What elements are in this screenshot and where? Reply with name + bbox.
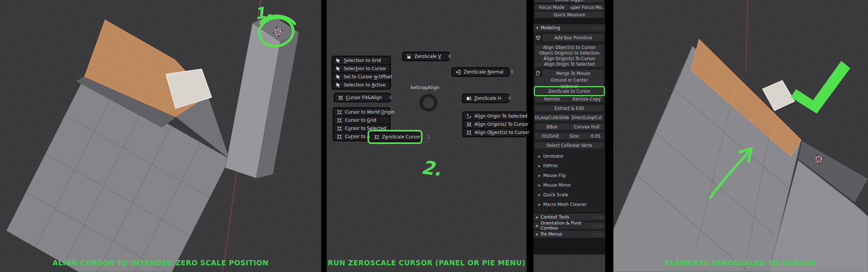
pie-item-sel-to-cursor-w-offset[interactable]: Sel.to Cursor w.Offset	[333, 73, 390, 81]
sidebar-button-object-origin-s-to-selection[interactable]: Object Origin(s) to Selection	[535, 50, 604, 56]
viewport-after: ELEMENTS ZEROSCALED TO CURSOR	[613, 0, 868, 272]
grip-icon[interactable]: ∷∷∷∷	[593, 26, 603, 30]
sidebar-button-super-focus-mo[interactable]: Super Focus Mo...	[570, 4, 604, 10]
menu-item-label: Cursor to World Origin	[345, 109, 395, 115]
sidebar-row: Select Collinear Verts	[535, 142, 604, 148]
shortcut-key: 9	[506, 69, 513, 75]
cursor-x-icon	[337, 134, 342, 140]
field-label: Size:	[570, 134, 580, 139]
sidebar-icon-row: Merge To Mouse	[535, 70, 604, 77]
sidebar-subpanel-macro-mesh-cleaner[interactable]: ▶Macro Mesh Cleaner	[535, 200, 604, 209]
menu-item-label: Selection to Grid	[344, 58, 381, 63]
menu-item-label: ZeroScale Normal	[464, 69, 503, 75]
annotation-highlight-box: ZeroScale Cursor2	[368, 130, 422, 144]
step-number-1: 1.	[254, 3, 273, 23]
sidebar-button-size[interactable]: Size:0.05	[567, 133, 604, 139]
sidebar-button-dloopcut-slide[interactable]: DLoopCut&Slide	[535, 114, 569, 121]
menu-item-label: Selection to Active	[344, 82, 385, 88]
sidebar-button-align-origin-s-to-cursor[interactable]: Align Origin(s) To Cursor	[535, 56, 604, 61]
step-number-2: 2.	[420, 157, 443, 180]
sidebar-button-itemize-copy[interactable]: Itemize-Copy	[570, 96, 604, 102]
shortcut-key: 2	[423, 134, 430, 140]
section-label: Pie Menus	[541, 232, 562, 237]
pie-item-cursor-to-world-origin[interactable]: Cursor to World Origin	[334, 108, 389, 116]
pie-item-align-origin-s-to-cursor[interactable]: Align Origin(s) To Cursor	[463, 121, 525, 128]
sidebar-button-zeroscale-to-cursor[interactable]: ZeroScale to Cursor	[536, 88, 603, 94]
sidebar-button-merge-to-mouse[interactable]: Merge To Mouse	[543, 70, 604, 77]
sidebar-row: Fit2GridSize:0.05	[535, 133, 604, 139]
sidebar-button-ground-or-center[interactable]: Ground or Center	[535, 77, 604, 83]
sidebar-row: DLoopCut&SlideDirectLoopCut	[535, 114, 604, 121]
menu-item-label: Align Origin To Selected	[474, 114, 527, 119]
sidebar-subpanel-mouse-mirror[interactable]: ▶Mouse Mirror	[535, 180, 604, 190]
zeroscale-h-icon	[466, 96, 471, 101]
sidebar-button-bbox[interactable]: BBox	[535, 124, 569, 130]
menu-item-label: Align Origin(s) To Cursor	[474, 122, 529, 127]
pie-group-zeroscale-cursor: ZeroScale Cursor2	[370, 132, 420, 142]
sidebar-button-align-object-s-to-cursor[interactable]: Align Object(s) to Cursor	[535, 45, 604, 50]
pie-item-selection-to-active[interactable]: Selection to Active	[333, 81, 390, 89]
sidebar-row: Focus ModeSuper Focus Mo...	[535, 4, 604, 10]
pointer-icon	[336, 74, 341, 80]
sidebar-button-itemize[interactable]: Itemize	[535, 96, 569, 102]
section-label: Context Tools	[541, 214, 569, 220]
sidebar-subpanel-mouse-flip[interactable]: ▶Mouse Flip	[535, 171, 604, 180]
sidebar-button-fit2grid[interactable]: Fit2Grid	[535, 133, 566, 139]
menu-item-label: Cursor to Grid	[345, 118, 376, 123]
sidebar-section-modeling[interactable]: ▼Modeling∷∷∷∷	[533, 24, 605, 32]
menu-item-label: ZeroScale H	[474, 96, 501, 101]
grip-icon[interactable]: ∷∷∷∷	[593, 224, 603, 228]
grip-icon[interactable]: ∷∷∷∷	[593, 232, 603, 236]
align-origin-selected-icon	[466, 114, 472, 119]
sidebar-button-align-origin-to-selected[interactable]: Align Origin To Selected	[535, 62, 604, 67]
sidebar-row: BBoxConvex Hull	[535, 124, 604, 130]
subpanel-label: Macro Mesh Cleaner	[543, 202, 587, 207]
sidebar-button-add-box-primitive[interactable]: Add Box Primitive	[543, 34, 604, 41]
pie-item-zeroscale-v[interactable]: ZeroScale V8	[403, 53, 448, 60]
y-axis-line	[746, 0, 748, 71]
menu-item-label: ZeroScale Cursor	[382, 134, 420, 140]
pie-item-cursor-to-grid[interactable]: Cursor to Grid	[334, 117, 389, 124]
sidebar-button-extract-edit[interactable]: Extract & Edit	[535, 105, 604, 111]
sidebar-button-convex-hull[interactable]: Convex Hull	[570, 124, 604, 130]
pie-item-cursor-fit-align[interactable]: Cursor Fit&Align4	[335, 94, 390, 101]
pie-item-align-object-s-to-cursor[interactable]: Align Object(s) to Cursor	[463, 129, 525, 136]
menu-item-label: Cursor Fit&Align	[346, 95, 382, 100]
sidebar-button-select-collinear-verts[interactable]: Select Collinear Verts	[535, 142, 604, 148]
crosshair-circle-icon	[466, 122, 472, 127]
menu-item-label: ZeroScale V	[414, 54, 441, 59]
pie-item-selection-to-grid[interactable]: Selection to Grid	[333, 57, 390, 64]
pie-item-selection-to-cursor[interactable]: Selection to Cursor	[333, 65, 390, 72]
pie-item-align-origin-to-selected[interactable]: Align Origin To Selected	[463, 112, 525, 120]
sidebar-button-focus-mode[interactable]: Focus Mode	[535, 4, 569, 10]
subpanel-label: Mouse Flip	[543, 173, 566, 178]
crosshair-circle-icon	[338, 95, 343, 101]
triangle-right-icon: ▶	[538, 203, 541, 206]
merge-mouse-icon	[535, 70, 541, 76]
sidebar-button-directloopcut[interactable]: DirectLoopCut	[570, 114, 604, 121]
sidebar-subpanel-unrotator[interactable]: ▶Unrotator	[535, 151, 604, 161]
pie-item-zeroscale-cursor[interactable]: ZeroScale Cursor2	[371, 133, 419, 141]
sidebar-icon-row: Add Box Primitive	[535, 34, 604, 41]
viewport-before: 1. ALIGN CURSOR TO INTENDED ZERO SCALE P…	[0, 0, 321, 272]
active-face	[763, 81, 794, 111]
caption-right: ELEMENTS ZEROSCALED TO CURSOR	[613, 259, 868, 267]
pie-item-zeroscale-normal[interactable]: ZeroScale Normal9	[453, 68, 508, 76]
shortcut-key: 8	[444, 54, 451, 59]
grip-icon[interactable]: ∷∷∷∷	[593, 215, 603, 219]
sidebar-section-orientation-pivot-combos[interactable]: ▶Orientation & Pivot Combos∷∷∷∷	[533, 222, 605, 229]
sidebar-panel: Extras ToggleFocus ModeSuper Focus Mo...…	[533, 0, 605, 272]
triangle-right-icon: ▶	[536, 216, 538, 219]
subpanel-label: FitPrim	[543, 163, 558, 168]
sidebar-section-context-tools[interactable]: ▶Context Tools∷∷∷∷	[533, 213, 605, 221]
subpanel-label: Quick Scale	[543, 192, 568, 197]
menu-item-label: Sel.to Cursor w.Offset	[344, 74, 392, 79]
sidebar-button-quick-measure[interactable]: Quick Measure	[535, 12, 604, 18]
sidebar-subpanel-quick-scale[interactable]: ▶Quick Scale	[535, 190, 604, 200]
triangle-right-icon: ▶	[536, 233, 538, 236]
pie-group-align-origin: Align Origin To SelectedAlign Origin(s) …	[462, 111, 526, 137]
sidebar-button-extras-toggle[interactable]: Extras Toggle	[535, 0, 604, 3]
pie-item-zeroscale-h[interactable]: ZeroScale H6	[463, 95, 508, 102]
sidebar-section-pie-menus[interactable]: ▶Pie Menus∷∷∷∷	[533, 230, 605, 238]
sidebar-subpanel-fitprim[interactable]: ▶FitPrim	[535, 161, 604, 171]
